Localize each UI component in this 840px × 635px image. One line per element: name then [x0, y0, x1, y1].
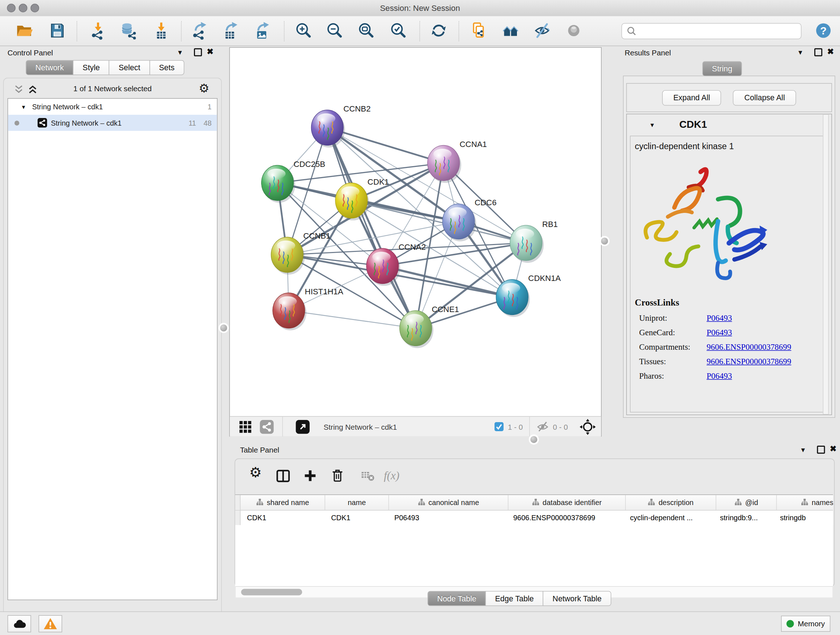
delete-table-icon: [357, 467, 379, 485]
tab-edge-table[interactable]: Edge Table: [485, 591, 543, 606]
tab-sets[interactable]: Sets: [149, 60, 184, 75]
table-cell[interactable]: P06493: [388, 510, 507, 525]
export-table-icon[interactable]: [219, 18, 242, 43]
import-network-icon[interactable]: [87, 18, 109, 43]
network-edge[interactable]: [327, 128, 416, 328]
splitter-handle[interactable]: [601, 238, 608, 244]
open-session-icon[interactable]: [13, 18, 36, 43]
expand-all-button[interactable]: Expand All: [662, 90, 722, 106]
column-label: name: [347, 499, 366, 507]
network-node-RB1[interactable]: RB1: [510, 220, 558, 263]
crosslink-link[interactable]: P06493: [706, 328, 732, 337]
show-columns-icon[interactable]: [272, 467, 294, 485]
panel-menu-icon[interactable]: ▼: [800, 447, 806, 453]
table-row[interactable]: CDK1CDK1P064939606.ENSP00000378699cyclin…: [235, 510, 833, 525]
table-cell[interactable]: CDK1: [240, 510, 325, 525]
search-input[interactable]: [639, 27, 801, 35]
memory-button[interactable]: Memory: [781, 616, 830, 632]
column-header-name[interactable]: name: [325, 495, 389, 510]
panel-float-icon[interactable]: [194, 48, 202, 56]
column-header-database-identifier[interactable]: database identifier: [508, 495, 625, 510]
zoom-fit-icon[interactable]: [355, 18, 378, 43]
panel-float-icon[interactable]: [817, 446, 825, 454]
network-options-gear-icon[interactable]: ⚙: [199, 81, 209, 96]
splitter-handle[interactable]: [220, 325, 227, 331]
create-column-icon[interactable]: [300, 467, 321, 485]
network-node-CDC25B[interactable]: CDC25B: [262, 160, 325, 203]
crosslink-link[interactable]: 9606.ENSP00000378699: [706, 356, 791, 366]
network-overview-icon[interactable]: [499, 18, 522, 43]
network-node-CCNB2[interactable]: CCNB2: [311, 104, 370, 147]
network-current-dot-icon: [14, 120, 19, 125]
network-node-HIST1H1A[interactable]: HIST1H1A: [273, 287, 343, 330]
refresh-icon[interactable]: [428, 18, 450, 43]
help-icon[interactable]: ?: [812, 18, 835, 43]
table-cell[interactable]: CDK1: [325, 510, 388, 525]
table-cell[interactable]: stringdb:9...: [714, 510, 774, 525]
tab-string[interactable]: String: [702, 61, 742, 76]
zoom-in-icon[interactable]: [293, 18, 315, 43]
network-edge[interactable]: [289, 310, 416, 328]
hidden-eye-icon: [536, 421, 549, 432]
network-edge[interactable]: [327, 128, 444, 163]
table-cell[interactable]: 9606.ENSP00000378699: [507, 510, 624, 525]
delete-column-icon[interactable]: [327, 467, 348, 485]
tab-select[interactable]: Select: [109, 60, 150, 75]
selected-checkbox-icon[interactable]: [494, 422, 504, 431]
network-node-CCNA1[interactable]: CCNA1: [428, 140, 487, 183]
zoom-selected-icon[interactable]: [387, 18, 410, 43]
preview-icon[interactable]: [562, 18, 585, 43]
export-network-icon[interactable]: [188, 18, 210, 43]
import-table-icon[interactable]: [150, 18, 172, 43]
column-header--id[interactable]: @id: [716, 495, 777, 510]
clone-network-icon[interactable]: [467, 18, 489, 43]
table-hscrollbar-thumb[interactable]: [241, 589, 302, 595]
tab-style[interactable]: Style: [73, 60, 110, 75]
collapse-all-button[interactable]: Collapse All: [733, 90, 796, 106]
crosslink-link[interactable]: P06493: [706, 313, 732, 323]
panel-close-icon[interactable]: ✖: [207, 48, 214, 55]
network-canvas[interactable]: CCNB2CCNA1CDC25BCDK1CDC6RB1CCNB1CCNA2CDK…: [230, 48, 601, 416]
import-database-icon[interactable]: [117, 18, 140, 43]
column-type-icon: [256, 498, 264, 507]
network-row-selected[interactable]: String Network – cdk1 11 48: [8, 115, 217, 131]
detach-view-icon[interactable]: [295, 420, 309, 434]
grid-view-icon[interactable]: [238, 420, 253, 434]
search-icon: [626, 26, 637, 36]
results-scrollbar[interactable]: [823, 114, 829, 415]
tab-network-table[interactable]: Network Table: [543, 591, 611, 606]
tab-network[interactable]: Network: [26, 60, 73, 75]
table-cell[interactable]: stringdb: [774, 510, 833, 525]
collection-expander-icon[interactable]: ▼: [21, 104, 27, 110]
column-header-description[interactable]: description: [626, 495, 716, 510]
panel-menu-icon[interactable]: ▼: [177, 49, 183, 56]
panel-menu-icon[interactable]: ▼: [797, 49, 804, 56]
splitter-handle[interactable]: [531, 436, 537, 443]
gene-expander-icon[interactable]: ▼: [649, 122, 655, 128]
toolbar-divider: [77, 21, 77, 41]
warning-status-button[interactable]: [39, 615, 62, 632]
column-header-canonical-name[interactable]: canonical name: [389, 495, 508, 510]
crosslink-link[interactable]: P06493: [706, 371, 732, 381]
panel-close-icon[interactable]: ✖: [830, 446, 837, 452]
svg-text:?: ?: [820, 25, 827, 36]
crosslink-link[interactable]: 9606.ENSP00000378699: [706, 342, 791, 352]
cloud-status-button[interactable]: [8, 615, 31, 632]
table-options-gear-icon[interactable]: ⚙: [245, 463, 266, 481]
zoom-out-icon[interactable]: [324, 18, 346, 43]
network-view-icon[interactable]: [260, 420, 274, 434]
column-header-namespace[interactable]: namespace: [777, 495, 833, 510]
network-collection-row[interactable]: ▼ String Network – cdk1 1: [8, 99, 217, 115]
birds-eye-icon[interactable]: [579, 418, 595, 434]
search-field[interactable]: [622, 23, 802, 39]
network-node-CDKN1A[interactable]: CDKN1A: [496, 274, 561, 317]
panel-float-icon[interactable]: [814, 48, 822, 56]
save-session-icon[interactable]: [46, 18, 68, 43]
network-node-CDC6[interactable]: CDC6: [442, 198, 496, 241]
export-image-icon[interactable]: [251, 18, 273, 43]
tab-node-table[interactable]: Node Table: [428, 591, 486, 606]
hide-show-icon[interactable]: [531, 18, 554, 43]
panel-close-icon[interactable]: ✖: [827, 48, 834, 55]
column-header-shared-name[interactable]: shared name: [240, 495, 325, 510]
table-cell[interactable]: cyclin-dependent ...: [624, 510, 714, 525]
